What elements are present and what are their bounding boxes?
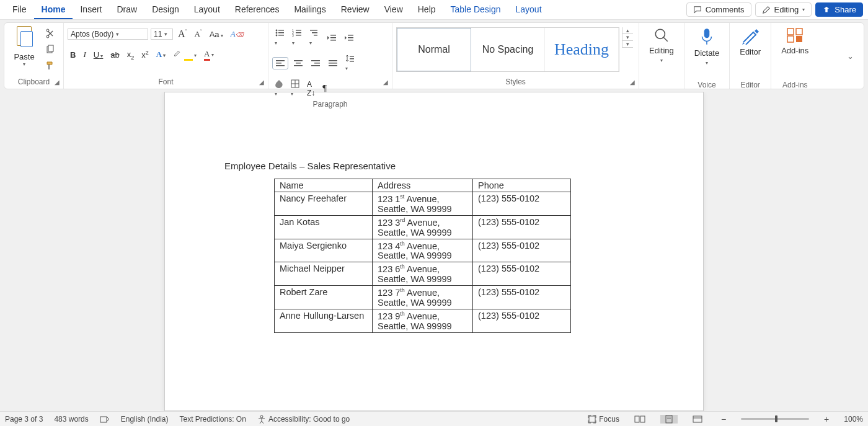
table-row[interactable]: Nancy Freehafer123 1st Avenue,Seattle, W…	[275, 192, 571, 216]
address-cell[interactable]: 123 9th Avenue,Seattle, WA 99999	[373, 309, 473, 333]
spellcheck-icon[interactable]	[100, 415, 110, 424]
phone-cell[interactable]: (123) 555-0102	[473, 192, 571, 216]
align-right-button[interactable]	[308, 58, 323, 69]
name-cell[interactable]: Michael Neipper	[275, 262, 373, 286]
address-cell[interactable]: 123 6th Avenue,Seattle, WA 99999	[373, 262, 473, 286]
bullets-button[interactable]: ▾	[272, 27, 287, 48]
strikethrough-button[interactable]: ab	[108, 49, 122, 61]
table-header-cell[interactable]: Phone	[473, 179, 571, 192]
bold-button[interactable]: B	[68, 49, 78, 61]
phone-cell[interactable]: (123) 555-0102	[473, 286, 571, 309]
address-cell[interactable]: 123 7th Avenue,Seattle, WA 99999	[373, 286, 473, 309]
zoom-level[interactable]: 100%	[844, 415, 863, 424]
phone-cell[interactable]: (123) 555-0102	[473, 239, 571, 262]
phone-cell[interactable]: (123) 555-0102	[473, 215, 571, 239]
phone-cell[interactable]: (123) 555-0102	[473, 262, 571, 286]
paragraph-launcher[interactable]: ◢	[382, 79, 389, 86]
focus-mode-button[interactable]: Focus	[588, 415, 619, 424]
table-header-cell[interactable]: Name	[275, 179, 373, 192]
grow-font-button[interactable]: Aˆ	[175, 27, 190, 41]
highlight-button[interactable]: ▾	[170, 47, 199, 62]
address-cell[interactable]: 123 1st Avenue,Seattle, WA 99999	[373, 192, 473, 216]
page-indicator[interactable]: Page 3 of 3	[5, 415, 43, 424]
zoom-thumb[interactable]	[775, 415, 777, 422]
cut-button[interactable]	[43, 27, 58, 40]
tab-design[interactable]: Design	[144, 1, 187, 19]
table-row[interactable]: Michael Neipper123 6th Avenue,Seattle, W…	[275, 262, 571, 286]
line-spacing-button[interactable]: ▾	[343, 53, 358, 73]
multilevel-button[interactable]: ▾	[307, 27, 322, 48]
shading-button[interactable]: ▾	[272, 78, 286, 99]
editor-button[interactable]: Editor	[733, 25, 767, 79]
table-row[interactable]: Anne Hullung-Larsen123 9th Avenue,Seattl…	[275, 309, 571, 333]
name-cell[interactable]: Jan Kotas	[275, 215, 373, 239]
styles-expand[interactable]: ▾	[622, 41, 633, 48]
align-center-button[interactable]	[291, 58, 306, 69]
name-cell[interactable]: Nancy Freehafer	[275, 192, 373, 216]
increase-indent-button[interactable]	[342, 32, 356, 43]
table-header-cell[interactable]: Address	[373, 179, 473, 192]
paste-button[interactable]: Paste ▾	[8, 25, 40, 68]
sort-button[interactable]: AZ↓	[304, 79, 317, 99]
doc-heading[interactable]: Employee Details – Sales Representative	[224, 161, 644, 171]
tab-insert[interactable]: Insert	[73, 1, 109, 19]
decrease-indent-button[interactable]	[324, 32, 339, 43]
collapse-ribbon-button[interactable]: ⌄	[844, 50, 856, 62]
style-normal[interactable]: Normal	[397, 28, 471, 71]
style-heading1[interactable]: Heading	[545, 28, 619, 71]
word-count[interactable]: 483 words	[54, 415, 88, 424]
share-button[interactable]: Share	[815, 2, 863, 17]
show-marks-button[interactable]: ¶	[320, 82, 329, 95]
dictate-button[interactable]: Dictate ▾	[688, 25, 725, 79]
table-row[interactable]: Robert Zare123 7th Avenue,Seattle, WA 99…	[275, 286, 571, 309]
clear-format-button[interactable]: A⌫	[228, 28, 246, 40]
superscript-button[interactable]: x2	[139, 48, 151, 61]
zoom-in-button[interactable]: +	[820, 414, 833, 424]
tab-table-design[interactable]: Table Design	[443, 1, 508, 19]
editing-find-button[interactable]: Editing ▾	[643, 25, 680, 79]
tab-layout[interactable]: Layout	[187, 1, 228, 19]
text-predictions[interactable]: Text Predictions: On	[179, 415, 246, 424]
tab-help[interactable]: Help	[410, 1, 443, 19]
tab-file[interactable]: File	[5, 1, 34, 19]
tab-layout[interactable]: Layout	[508, 1, 549, 19]
employee-table[interactable]: NameAddressPhoneNancy Freehafer123 1st A…	[274, 179, 571, 333]
editing-mode-button[interactable]: Editing ▾	[755, 2, 812, 17]
name-cell[interactable]: Maiya Sergienko	[275, 239, 373, 262]
zoom-slider[interactable]	[741, 418, 809, 420]
tab-home[interactable]: Home	[34, 1, 73, 19]
document-canvas[interactable]: Employee Details – Sales Representative …	[0, 92, 868, 411]
numbering-button[interactable]: 123▾	[290, 27, 304, 48]
subscript-button[interactable]: x2	[125, 48, 137, 62]
font-launcher[interactable]: ◢	[258, 79, 265, 86]
shrink-font-button[interactable]: Aˇ	[192, 28, 205, 40]
copy-button[interactable]	[43, 43, 58, 56]
web-layout-button[interactable]	[689, 415, 706, 424]
addins-button[interactable]: Add-ins	[775, 25, 815, 79]
font-size-combo[interactable]: 11 ▾	[151, 29, 173, 40]
align-left-button[interactable]	[272, 57, 288, 69]
justify-button[interactable]	[326, 58, 340, 69]
font-color-button[interactable]: A ▾	[202, 48, 216, 62]
text-effects-button[interactable]: A ▾	[154, 48, 168, 61]
styles-scroll-up[interactable]: ▴	[622, 27, 633, 34]
borders-button[interactable]: ▾	[288, 78, 302, 99]
name-cell[interactable]: Robert Zare	[275, 286, 373, 309]
styles-scroll-down[interactable]: ▾	[622, 34, 633, 41]
name-cell[interactable]: Anne Hullung-Larsen	[275, 309, 373, 333]
zoom-out-button[interactable]: −	[717, 414, 730, 424]
phone-cell[interactable]: (123) 555-0102	[473, 309, 571, 333]
styles-launcher[interactable]: ◢	[629, 79, 636, 86]
table-row[interactable]: Maiya Sergienko123 4th Avenue,Seattle, W…	[275, 239, 571, 262]
table-row[interactable]: Jan Kotas123 3rd Avenue,Seattle, WA 9999…	[275, 215, 571, 239]
language-indicator[interactable]: English (India)	[121, 415, 169, 424]
change-case-button[interactable]: Aa ▾	[207, 29, 226, 40]
read-mode-button[interactable]	[631, 415, 649, 424]
address-cell[interactable]: 123 4th Avenue,Seattle, WA 99999	[373, 239, 473, 262]
comments-button[interactable]: Comments	[686, 2, 751, 17]
print-layout-button[interactable]	[660, 415, 678, 424]
italic-button[interactable]: I	[81, 48, 88, 61]
tab-references[interactable]: References	[228, 1, 287, 19]
font-name-combo[interactable]: Aptos (Body) ▾	[68, 29, 148, 40]
underline-button[interactable]: U ▾	[91, 49, 106, 61]
